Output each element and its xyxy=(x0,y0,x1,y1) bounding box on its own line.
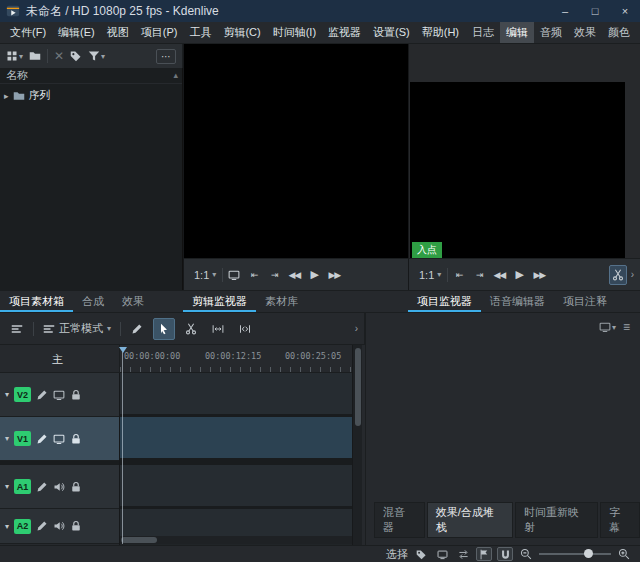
effect-stack-menu-button[interactable]: ≡ xyxy=(623,320,630,334)
lock-icon[interactable] xyxy=(70,389,82,401)
pen-icon[interactable] xyxy=(36,481,48,493)
track-header-a1[interactable]: ▾ A1 xyxy=(0,465,119,509)
bin-overflow-button[interactable]: ⋯ xyxy=(156,49,176,64)
collapse-chevron-icon[interactable]: ▾ xyxy=(5,434,9,443)
zone-marker-button[interactable] xyxy=(225,265,243,285)
lock-icon[interactable] xyxy=(70,433,82,445)
timeline-zoom-in-button[interactable] xyxy=(616,547,632,561)
maximize-button[interactable]: □ xyxy=(580,0,610,22)
rewind-button[interactable]: ◀◀ xyxy=(490,265,508,285)
menu-timeline[interactable]: 时间轴(I) xyxy=(267,22,322,43)
pen-icon[interactable] xyxy=(36,433,48,445)
tab-mixer[interactable]: 混音器 xyxy=(374,502,425,538)
scrollbar-thumb[interactable] xyxy=(355,348,361,426)
tab-time-remap[interactable]: 时间重新映射 xyxy=(515,502,598,538)
play-button[interactable]: ▶ xyxy=(305,265,323,285)
menu-view[interactable]: 视图 xyxy=(101,22,135,43)
tag-toggle-button[interactable] xyxy=(413,547,429,561)
timeline-zoom-out-button[interactable] xyxy=(518,547,534,561)
lock-icon[interactable] xyxy=(70,481,82,493)
screen-icon[interactable] xyxy=(53,433,65,445)
playhead-marker[interactable] xyxy=(119,347,127,353)
minimize-button[interactable]: – xyxy=(550,0,580,22)
spacer-tool-button[interactable] xyxy=(207,318,229,340)
go-to-in-button[interactable]: ⇤ xyxy=(245,265,263,285)
timeline-lanes[interactable] xyxy=(120,373,352,545)
track-header-v1[interactable]: ▾ V1 xyxy=(0,417,119,461)
track-target-badge[interactable]: V2 xyxy=(14,387,31,402)
tab-clip-monitor[interactable]: 剪辑监视器 xyxy=(183,291,256,312)
slip-tool-button[interactable] xyxy=(234,318,256,340)
menu-clip[interactable]: 剪辑(C) xyxy=(217,22,266,43)
tab-effect-stack[interactable]: 效果/合成堆栈 xyxy=(427,502,513,538)
workspace-effects[interactable]: 效果 xyxy=(568,22,602,43)
menu-settings[interactable]: 设置(S) xyxy=(367,22,416,43)
forward-button[interactable]: ▶▶ xyxy=(530,265,548,285)
delete-clip-button[interactable]: ✕ xyxy=(54,49,64,63)
slider-thumb[interactable] xyxy=(584,549,593,558)
configure-tracks-button[interactable] xyxy=(6,318,28,340)
screen-icon[interactable] xyxy=(53,389,65,401)
timeline-zoom-slider[interactable] xyxy=(539,547,611,561)
track-header-v2[interactable]: ▾ V2 xyxy=(0,373,119,417)
tab-project-monitor[interactable]: 项目监视器 xyxy=(408,291,481,312)
lane-a1[interactable] xyxy=(120,465,352,509)
scrollbar-thumb[interactable] xyxy=(121,537,157,543)
speaker-icon[interactable] xyxy=(53,481,65,493)
menu-monitor[interactable]: 监视器 xyxy=(322,22,367,43)
menu-help[interactable]: 帮助(H) xyxy=(416,22,465,43)
timeline-horizontal-scrollbar[interactable] xyxy=(120,536,352,544)
menu-tools[interactable]: 工具 xyxy=(183,22,217,43)
tab-effects[interactable]: 效果 xyxy=(113,291,153,312)
pen-icon[interactable] xyxy=(36,389,48,401)
lane-v1[interactable] xyxy=(120,417,352,461)
titlebar[interactable]: 未命名 / HD 1080p 25 fps - Kdenlive – □ × xyxy=(0,0,640,22)
tab-speech-editor[interactable]: 语音编辑器 xyxy=(481,291,554,312)
menu-file[interactable]: 文件(F) xyxy=(4,22,52,43)
workspace-color[interactable]: 颜色 xyxy=(602,22,636,43)
scroll-up-icon[interactable]: ▴ xyxy=(173,70,178,80)
tab-subtitles[interactable]: 字幕 xyxy=(600,502,640,538)
snap-toggle-button[interactable] xyxy=(497,547,513,561)
bin-item-sequence[interactable]: ▸ 序列 xyxy=(0,84,182,107)
track-target-badge[interactable]: A2 xyxy=(14,519,31,534)
track-target-badge[interactable]: A1 xyxy=(14,479,31,494)
track-target-badge[interactable]: V1 xyxy=(14,431,31,446)
clip-zoom-select[interactable]: 1:1 ▾ xyxy=(190,267,220,283)
tag-button[interactable] xyxy=(70,50,82,62)
tab-project-bin[interactable]: 项目素材箱 xyxy=(0,291,73,312)
filter-button[interactable]: ▾ xyxy=(88,50,105,62)
menu-edit[interactable]: 编辑(E) xyxy=(52,22,101,43)
project-monitor-display[interactable]: 入点 xyxy=(410,82,625,258)
edit-mode-select[interactable]: 正常模式 ▾ xyxy=(39,319,115,338)
effect-stack-view-button[interactable]: ▾ xyxy=(599,321,616,333)
trim-zone-button[interactable] xyxy=(609,265,627,285)
collapse-chevron-icon[interactable]: ▾ xyxy=(5,522,9,531)
razor-tool-button[interactable] xyxy=(180,318,202,340)
master-track-cell[interactable]: 主 xyxy=(0,345,120,373)
selection-tool-button[interactable] xyxy=(153,318,175,340)
project-zoom-select[interactable]: 1:1 ▾ xyxy=(415,267,445,283)
create-folder-button[interactable] xyxy=(29,50,41,62)
bin-view-mode-button[interactable]: ▾ xyxy=(6,50,23,62)
timeline-ruler[interactable]: 主 00:00:00:00 00:00:12:15 00:00:25:05 xyxy=(0,345,352,373)
collapse-chevron-icon[interactable]: ▾ xyxy=(5,482,9,491)
tab-compositions[interactable]: 合成 xyxy=(73,291,113,312)
workspace-logging[interactable]: 日志 xyxy=(466,22,500,43)
timeline-toolbar-overflow-icon[interactable]: › xyxy=(355,323,358,334)
preview-toggle-button[interactable] xyxy=(434,547,450,561)
go-to-in-button[interactable]: ⇤ xyxy=(450,265,468,285)
forward-button[interactable]: ▶▶ xyxy=(325,265,343,285)
collapse-chevron-icon[interactable]: ▾ xyxy=(5,390,9,399)
project-bin[interactable]: 名称 ▴ ▸ 序列 xyxy=(0,68,183,290)
expand-chevron-icon[interactable]: ▸ xyxy=(4,91,9,101)
timeline-vertical-scrollbar[interactable] xyxy=(352,345,362,545)
clip-monitor-display[interactable] xyxy=(183,44,408,258)
workspace-editing[interactable]: 编辑 xyxy=(500,22,534,43)
tab-project-notes[interactable]: 项目注释 xyxy=(554,291,616,312)
menu-project[interactable]: 项目(P) xyxy=(135,22,184,43)
pen-icon[interactable] xyxy=(36,520,48,532)
play-button[interactable]: ▶ xyxy=(510,265,528,285)
lane-v2[interactable] xyxy=(120,373,352,417)
mix-tool-button[interactable] xyxy=(126,318,148,340)
